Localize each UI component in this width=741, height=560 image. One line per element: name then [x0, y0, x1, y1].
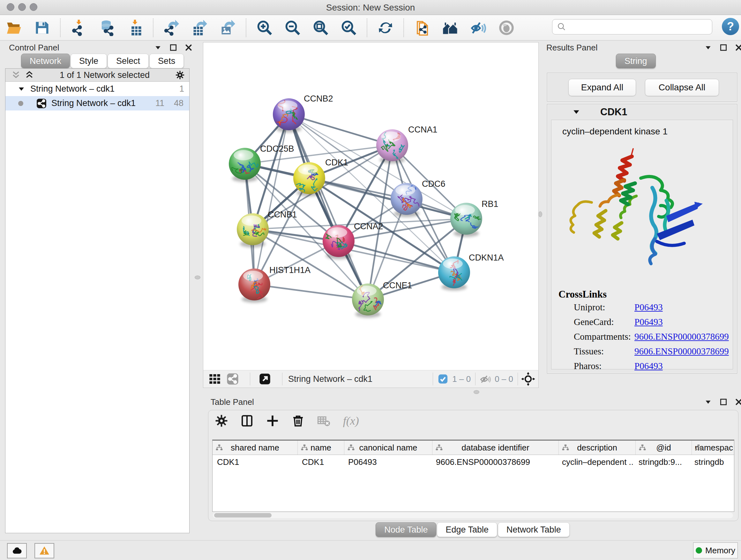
table-horizontal-scrollbar[interactable] [213, 512, 733, 518]
zoom-fit-button[interactable] [312, 19, 330, 37]
import-network-button[interactable] [70, 19, 88, 37]
panel-close-icon[interactable] [735, 398, 741, 406]
expand-all-icon[interactable] [24, 70, 34, 80]
export-network-button[interactable] [163, 19, 181, 37]
network-options-gear-icon[interactable] [175, 70, 185, 80]
tab-sets[interactable]: Sets [149, 54, 184, 68]
import-network-database-button[interactable] [98, 19, 116, 37]
panel-close-icon[interactable] [185, 44, 193, 52]
export-table-button[interactable] [191, 19, 209, 37]
panel-float-icon[interactable] [169, 44, 178, 52]
network-edge[interactable] [254, 285, 368, 300]
save-session-button[interactable] [33, 19, 51, 37]
network-node-CCNA2[interactable]: CCNA2 [322, 222, 383, 259]
crosslink-value[interactable]: P06493 [634, 317, 663, 327]
column-header-canonical-name[interactable]: canonical name [344, 441, 432, 455]
network-view-canvas[interactable]: CCNB2CCNA1CDC25BCDK1CDC6RB1CCNB1CCNA2CDK… [203, 42, 539, 370]
open-session-button[interactable] [5, 19, 23, 37]
delete-column-icon[interactable] [291, 414, 305, 428]
crosslink-link[interactable]: 9606.ENSP00000378699 [634, 331, 729, 341]
network-node-CDKN1A[interactable]: CDKN1A [438, 253, 504, 291]
grid-view-icon[interactable] [208, 373, 221, 385]
import-table-button[interactable] [126, 19, 144, 37]
horizontal-splitter-handle[interactable] [474, 390, 479, 394]
column-header-name[interactable]: name [297, 441, 344, 455]
column-header-database-identifier[interactable]: database identifier [432, 441, 558, 455]
network-edge[interactable] [254, 114, 289, 285]
network-from-file-button[interactable] [413, 19, 431, 37]
crosslink-value[interactable]: P06493 [634, 302, 663, 313]
warning-button[interactable] [35, 543, 54, 558]
collapse-triangle-icon[interactable] [572, 108, 581, 116]
cloud-button[interactable] [7, 543, 27, 558]
zoom-in-button[interactable] [256, 19, 273, 37]
network-collection-row[interactable]: String Network – cdk1 1 [5, 82, 189, 96]
network-node-CCNA1[interactable]: CCNA1 [376, 125, 437, 164]
open-in-window-icon[interactable] [259, 373, 271, 385]
tab-style[interactable]: Style [71, 54, 107, 68]
fit-selected-crosshair-icon[interactable] [521, 372, 535, 386]
zoom-out-button[interactable] [284, 19, 301, 37]
selected-checkbox-icon[interactable] [437, 374, 448, 384]
collapse-all-button[interactable]: Collapse All [645, 79, 719, 96]
network-node-HIST1H1A[interactable]: HIST1H1A [239, 265, 311, 303]
protein-card-header[interactable]: CDK1 [547, 105, 737, 120]
show-columns-icon[interactable] [240, 414, 254, 428]
add-column-icon[interactable] [266, 414, 279, 428]
right-splitter-handle[interactable] [538, 211, 542, 217]
network-node-RB1[interactable]: RB1 [450, 199, 498, 237]
tab-select[interactable]: Select [108, 54, 149, 68]
first-neighbors-button[interactable] [441, 19, 459, 37]
expand-all-button[interactable]: Expand All [568, 79, 636, 96]
apply-layout-button[interactable] [377, 19, 394, 37]
network-node-CDC25B[interactable]: CDC25B [229, 144, 294, 182]
network-node-CCNE1[interactable]: CCNE1 [352, 281, 412, 318]
table-cell[interactable]: P06493 [344, 455, 431, 469]
network-node-CCNB2[interactable]: CCNB2 [273, 94, 333, 132]
memory-button[interactable]: Memory [693, 543, 738, 558]
crosslink-value[interactable]: P06493 [634, 361, 663, 371]
panel-menu-icon[interactable] [154, 44, 162, 52]
panel-float-icon[interactable] [719, 398, 728, 406]
crosslink-link[interactable]: P06493 [634, 317, 663, 327]
panel-float-icon[interactable] [719, 44, 728, 52]
column-header-@id[interactable]: @id [635, 441, 691, 455]
vertical-splitter-handle[interactable] [195, 275, 200, 279]
zoom-selected-button[interactable] [340, 19, 358, 37]
crosslink-value[interactable]: 9606.ENSP00000378699 [634, 346, 729, 357]
table-cell[interactable]: 9606.ENSP00000378699 [431, 455, 557, 469]
tab-network[interactable]: Network [21, 54, 70, 68]
crosslink-link[interactable]: 9606.ENSP00000378699 [634, 346, 729, 356]
table-cell[interactable]: CDK1 [297, 455, 344, 469]
column-header-namespac[interactable]: namespac [691, 441, 734, 455]
tab-edge-table[interactable]: Edge Table [437, 522, 497, 537]
table-settings-gear-icon[interactable] [215, 414, 228, 428]
table-cell[interactable]: CDK1 [212, 455, 297, 469]
hide-selected-button[interactable] [469, 19, 487, 37]
crosslink-value[interactable]: 9606.ENSP00000378699 [634, 331, 729, 342]
crosslink-link[interactable]: P06493 [634, 302, 663, 312]
table-cell[interactable]: stringdb:9... [634, 455, 690, 469]
crosslink-link[interactable]: P06493 [634, 361, 663, 371]
tab-network-table[interactable]: Network Table [498, 522, 569, 537]
search-input[interactable] [569, 22, 712, 32]
scrollbar-thumb[interactable] [214, 513, 272, 517]
table-row[interactable]: CDK1CDK1P064939606.ENSP00000378699cyclin… [212, 455, 734, 469]
table-cell[interactable]: cyclin–dependent ... [557, 455, 634, 469]
results-tab-string[interactable]: String [616, 54, 656, 68]
tab-node-table[interactable]: Node Table [376, 522, 436, 537]
panel-menu-icon[interactable] [704, 44, 712, 52]
column-header-shared-name[interactable]: shared name [212, 441, 297, 455]
help-button[interactable]: ? [722, 18, 739, 35]
collapse-triangle-icon[interactable] [17, 85, 25, 93]
collapse-all-icon[interactable] [11, 70, 21, 80]
birdseye-button[interactable] [497, 19, 515, 37]
network-row[interactable]: String Network – cdk1 11 48 [5, 96, 189, 111]
panel-close-icon[interactable] [735, 44, 741, 52]
column-header-description[interactable]: description [558, 441, 635, 455]
network-share-icon[interactable] [226, 373, 239, 385]
table-cell[interactable]: stringdb [690, 455, 734, 469]
panel-menu-icon[interactable] [704, 398, 712, 406]
export-image-button[interactable] [219, 19, 237, 37]
search-box[interactable] [552, 19, 712, 35]
